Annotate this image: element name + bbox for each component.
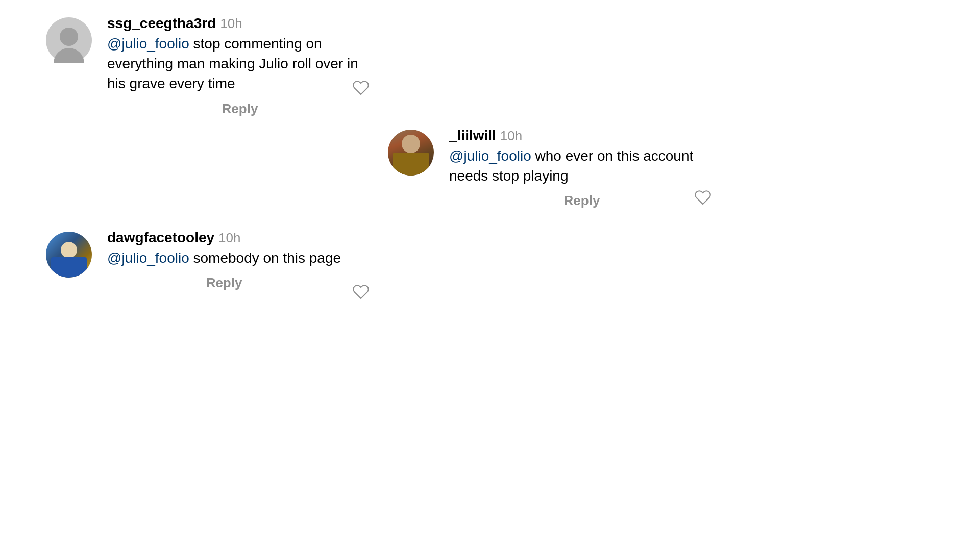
reply-button[interactable]: Reply (107, 101, 373, 117)
avatar (46, 232, 92, 278)
like-button[interactable] (352, 283, 370, 304)
comment-body: ssg_ceegtha3rd 10h @julio_foolio stop co… (107, 15, 373, 117)
comment-item: ssg_ceegtha3rd 10h @julio_foolio stop co… (46, 15, 373, 117)
comment-header: ssg_ceegtha3rd 10h (107, 15, 373, 32)
username[interactable]: dawgfacetooley (107, 230, 214, 246)
username[interactable]: ssg_ceegtha3rd (107, 15, 216, 32)
mention[interactable]: @julio_foolio (107, 250, 189, 266)
reply-button[interactable]: Reply (449, 193, 715, 209)
timestamp: 10h (220, 16, 242, 32)
timestamp: 10h (500, 128, 522, 144)
avatar (46, 17, 92, 63)
mention[interactable]: @julio_foolio (107, 36, 189, 52)
like-button[interactable] (694, 189, 712, 210)
comment-text: @julio_foolio somebody on this page (107, 248, 341, 268)
username[interactable]: _liilwill (449, 128, 496, 144)
comment-body: _liilwill 10h @julio_foolio who ever on … (449, 128, 715, 209)
avatar (388, 130, 434, 176)
comment-header: dawgfacetooley 10h (107, 230, 341, 246)
comment-body: dawgfacetooley 10h @julio_foolio somebod… (107, 230, 341, 291)
comment-item: dawgfacetooley 10h @julio_foolio somebod… (46, 230, 341, 291)
reply-button[interactable]: Reply (107, 275, 341, 291)
comments-section: ssg_ceegtha3rd 10h @julio_foolio stop co… (0, 0, 980, 551)
mention[interactable]: @julio_foolio (449, 148, 531, 164)
comment-text: @julio_foolio stop commenting on everyth… (107, 34, 373, 94)
like-button[interactable] (352, 79, 370, 100)
comment-header: _liilwill 10h (449, 128, 715, 144)
comment-text: @julio_foolio who ever on this account n… (449, 146, 715, 186)
timestamp: 10h (218, 230, 240, 246)
comment-item: _liilwill 10h @julio_foolio who ever on … (388, 128, 715, 209)
comment-body-text: somebody on this page (189, 250, 341, 266)
